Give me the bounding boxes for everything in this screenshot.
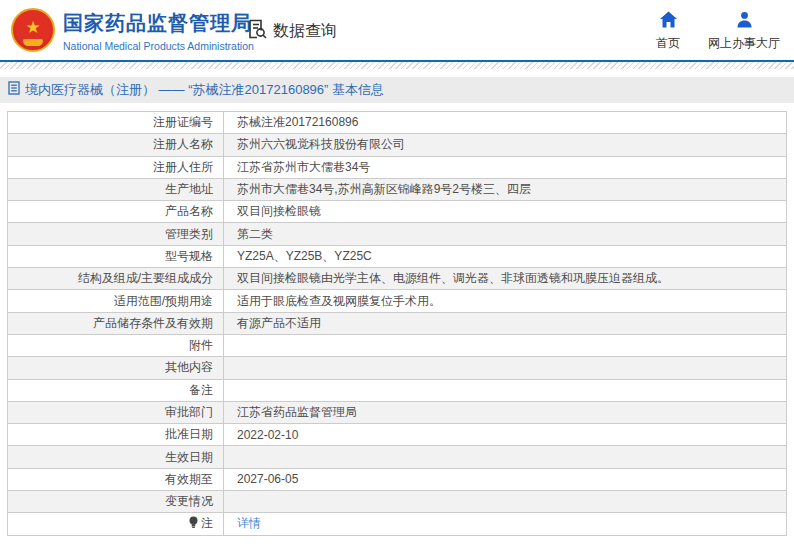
row-label: 注册人住所 — [8, 156, 224, 178]
row-label: 生产地址 — [8, 178, 224, 200]
row-label: 批准日期 — [8, 424, 224, 446]
row-label: 审批部门 — [8, 401, 224, 423]
row-value: 2027-06-05 — [224, 468, 787, 490]
table-row: 备注 — [8, 379, 787, 401]
section-title: 数据查询 — [273, 21, 337, 42]
row-value — [224, 334, 787, 356]
row-value: 苏州市大儒巷34号,苏州高新区锦峰路9号2号楼三、四层 — [224, 178, 787, 200]
nav-item-home[interactable]: 首页 — [656, 11, 680, 52]
page-document-icon — [8, 81, 20, 99]
bulb-icon — [188, 516, 199, 529]
row-value: 双目间接检眼镜由光学主体、电源组件、调光器、非球面透镜和巩膜压迫器组成。 — [224, 268, 787, 290]
row-value: 有源产品不适用 — [224, 312, 787, 334]
row-value — [224, 446, 787, 468]
document-search-icon — [246, 18, 268, 44]
nav-item-service-hall[interactable]: 网上办事大厅 — [708, 11, 780, 52]
row-value: 江苏省药品监督管理局 — [224, 401, 787, 423]
row-label: 结构及组成/主要组成成分 — [8, 268, 224, 290]
row-label: 生效日期 — [8, 446, 224, 468]
breadcrumb: 境内医疗器械（注册） —— “苏械注准20172160896” 基本信息 — [0, 77, 794, 103]
row-label: 管理类别 — [8, 223, 224, 245]
row-value — [224, 357, 787, 379]
national-emblem-logo: ★ — [11, 8, 55, 52]
hatch-divider — [0, 62, 794, 69]
row-label: 注册人名称 — [8, 134, 224, 156]
row-label: 型号规格 — [8, 245, 224, 267]
top-nav: 首页 网上办事大厅 — [656, 11, 780, 52]
detail-link[interactable]: 详情 — [237, 516, 261, 530]
row-value: 双目间接检眼镜 — [224, 201, 787, 223]
row-label: 变更情况 — [8, 491, 224, 513]
row-label: 注 — [8, 513, 224, 535]
table-row: 生产地址苏州市大儒巷34号,苏州高新区锦峰路9号2号楼三、四层 — [8, 178, 787, 200]
row-value — [224, 491, 787, 513]
org-name-en: National Medical Products Administration — [63, 40, 254, 52]
row-label: 其他内容 — [8, 357, 224, 379]
info-table: 注册证编号苏械注准20172160896注册人名称苏州六六视觉科技股份有限公司注… — [7, 111, 787, 536]
table-row: 产品名称双目间接检眼镜 — [8, 201, 787, 223]
row-label: 适用范围/预期用途 — [8, 290, 224, 312]
table-row: 产品储存条件及有效期有源产品不适用 — [8, 312, 787, 334]
table-row: 适用范围/预期用途适用于眼底检查及视网膜复位手术用。 — [8, 290, 787, 312]
row-value: 详情 — [224, 513, 787, 535]
row-label: 有效期至 — [8, 468, 224, 490]
table-row: 注详情 — [8, 513, 787, 535]
row-value — [224, 379, 787, 401]
row-value: 第二类 — [224, 223, 787, 245]
table-row: 注册证编号苏械注准20172160896 — [8, 112, 787, 134]
row-label: 注册证编号 — [8, 112, 224, 134]
data-query-section: 数据查询 — [246, 18, 337, 44]
table-row: 结构及组成/主要组成成分双目间接检眼镜由光学主体、电源组件、调光器、非球面透镜和… — [8, 268, 787, 290]
site-header: ★ 国家药品监督管理局 National Medical Products Ad… — [0, 0, 794, 60]
emblem-star-icon: ★ — [25, 19, 40, 36]
row-value: 江苏省苏州市大儒巷34号 — [224, 156, 787, 178]
table-row: 注册人住所江苏省苏州市大儒巷34号 — [8, 156, 787, 178]
table-row: 管理类别第二类 — [8, 223, 787, 245]
table-row: 其他内容 — [8, 357, 787, 379]
nav-item-label: 网上办事大厅 — [708, 35, 780, 52]
table-row: 型号规格YZ25A、YZ25B、YZ25C — [8, 245, 787, 267]
row-value: 2022-02-10 — [224, 424, 787, 446]
org-name-block: 国家药品监督管理局 National Medical Products Admi… — [63, 10, 254, 52]
row-label: 附件 — [8, 334, 224, 356]
info-table-body: 注册证编号苏械注准20172160896注册人名称苏州六六视觉科技股份有限公司注… — [8, 112, 787, 536]
table-row: 变更情况 — [8, 491, 787, 513]
row-label: 产品储存条件及有效期 — [8, 312, 224, 334]
row-label: 备注 — [8, 379, 224, 401]
table-row: 有效期至2027-06-05 — [8, 468, 787, 490]
row-value: 苏州六六视觉科技股份有限公司 — [224, 134, 787, 156]
table-row: 注册人名称苏州六六视觉科技股份有限公司 — [8, 134, 787, 156]
page-title: 境内医疗器械（注册） —— “苏械注准20172160896” 基本信息 — [25, 81, 384, 99]
table-row: 生效日期 — [8, 446, 787, 468]
org-name-cn: 国家药品监督管理局 — [63, 10, 254, 37]
nav-item-label: 首页 — [656, 35, 680, 52]
info-table-container: 注册证编号苏械注准20172160896注册人名称苏州六六视觉科技股份有限公司注… — [0, 111, 794, 536]
table-row: 批准日期2022-02-10 — [8, 424, 787, 446]
row-value: 苏械注准20172160896 — [224, 112, 787, 134]
person-icon — [736, 11, 753, 32]
table-row: 附件 — [8, 334, 787, 356]
row-label: 产品名称 — [8, 201, 224, 223]
row-value: YZ25A、YZ25B、YZ25C — [224, 245, 787, 267]
home-icon — [659, 11, 678, 32]
row-value: 适用于眼底检查及视网膜复位手术用。 — [224, 290, 787, 312]
table-row: 审批部门江苏省药品监督管理局 — [8, 401, 787, 423]
